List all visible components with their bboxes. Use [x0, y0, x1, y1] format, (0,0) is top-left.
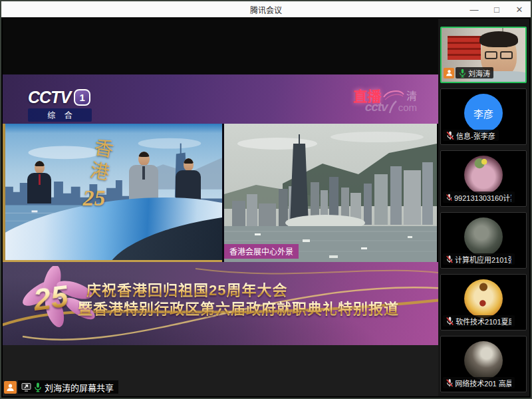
- live-watermark: 直播 清 cctv com: [353, 85, 417, 114]
- meeting-main-area: CCTV 1 综 合 直播 清 cctv: [3, 19, 529, 396]
- meeting-window: 腾讯会议 — □ ✕ CCTV 1 综 合 直播: [0, 0, 532, 399]
- mic-muted-icon: [446, 193, 452, 202]
- participant-tile-gaochenxi[interactable]: 网络技术201 高晨曦: [440, 336, 527, 392]
- harbour-backdrop: [224, 124, 437, 262]
- minimize-button[interactable]: —: [463, 1, 485, 17]
- location-caption: 香港会展中心外景: [224, 244, 299, 259]
- cctv-brand-text: CCTV: [28, 88, 70, 107]
- window-controls: — □ ✕: [463, 1, 531, 17]
- watermark-slash-icon: [388, 100, 398, 114]
- hk25-studio-graphic: 香港 25: [86, 138, 114, 187]
- participant-name: 992131303160计算机...: [454, 192, 511, 203]
- participant-name: 软件技术2101夏康: [456, 316, 511, 327]
- screen-share-icon: [21, 382, 31, 392]
- harbour-video-panel: 香港会展中心外景: [224, 124, 437, 262]
- studio-video-panel: 香港 25: [3, 124, 222, 262]
- avatar: [464, 279, 503, 318]
- mic-muted-icon: [446, 131, 454, 140]
- hk-25-number: 25: [83, 186, 106, 211]
- participant-tile-xiakang[interactable]: 软件技术2101夏康: [440, 274, 527, 331]
- emblem-25-number: 25: [31, 277, 70, 318]
- share-label-text: 刘海涛的屏幕共享: [45, 381, 114, 394]
- banner-title-line2: 暨香港特别行政区第六届政府就职典礼特别报道: [78, 297, 399, 318]
- avatar: [464, 341, 503, 380]
- hd-label: 清: [406, 87, 417, 103]
- participant-name: 信息-张李彦: [456, 130, 495, 141]
- participant-sidebar: 刘海涛 李彦 信息-张李彦: [438, 19, 529, 396]
- participant-name: 刘海涛: [468, 68, 490, 78]
- channel-subtitle: 综 合: [28, 108, 92, 122]
- person-icon: [444, 68, 454, 78]
- close-button[interactable]: ✕: [508, 1, 531, 17]
- cctv-channel-logo: CCTV 1 综 合: [28, 88, 92, 122]
- cctv-com-watermark-suffix: com: [398, 102, 417, 113]
- participant-name: 计算机应用2101张冲: [455, 254, 511, 265]
- avatar: 李彦: [464, 94, 503, 132]
- maximize-button[interactable]: □: [485, 1, 508, 17]
- broadcast-header: CCTV 1 综 合 直播 清 cctv: [3, 74, 440, 124]
- wall-banner: [448, 36, 481, 60]
- participant-tile-992131303160[interactable]: 992131303160计算机...: [440, 150, 527, 207]
- person-icon: [4, 381, 17, 394]
- anniversary-banner: 25 庆祝香港回归祖国25周年大会 暨香港特别行政区第六届政府就职典礼特别报道: [3, 262, 440, 345]
- mic-on-icon: [34, 382, 42, 392]
- mic-on-icon: [459, 68, 466, 78]
- title-bar: 腾讯会议 — □ ✕: [1, 1, 531, 17]
- screen-share-status: 刘海涛的屏幕共享: [4, 380, 118, 394]
- avatar: [464, 217, 503, 256]
- mic-muted-icon: [446, 378, 453, 388]
- window-title: 腾讯会议: [1, 4, 531, 15]
- mic-muted-icon: [446, 255, 453, 264]
- participant-tile-zhangchong[interactable]: 计算机应用2101张冲: [440, 212, 527, 269]
- channel-number-badge: 1: [74, 89, 90, 106]
- participant-tile-liuhaitao[interactable]: 刘海涛: [440, 27, 527, 83]
- shared-screen-view[interactable]: CCTV 1 综 合 直播 清 cctv: [3, 74, 440, 345]
- participant-name: 网络技术201 高晨曦: [455, 378, 511, 388]
- mic-muted-icon: [446, 317, 454, 326]
- broadcast-video-row: 香港 25: [3, 124, 440, 262]
- avatar: [464, 156, 503, 194]
- cctv-com-watermark-brand: cctv: [365, 100, 388, 114]
- participant-tile-zhangliyan[interactable]: 李彦 信息-张李彦: [440, 88, 527, 145]
- hk-calligraphy-text: 香港: [82, 135, 118, 186]
